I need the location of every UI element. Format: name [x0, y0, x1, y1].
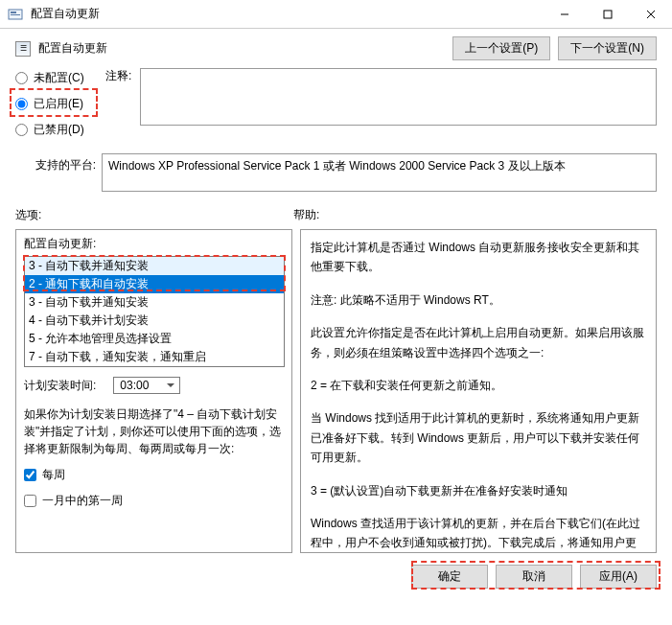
radio-not-configured-input[interactable]: [15, 72, 28, 84]
window-controls: [543, 0, 672, 29]
comment-label: 注释:: [102, 68, 140, 126]
help-pane[interactable]: 指定此计算机是否通过 Windows 自动更新服务接收安全更新和其他重要下载。注…: [300, 229, 657, 553]
next-setting-button[interactable]: 下一个设置(N): [558, 36, 657, 60]
help-paragraph: 2 = 在下载和安装任何更新之前通知。: [311, 376, 646, 395]
help-paragraph: 注意: 此策略不适用于 Windows RT。: [311, 290, 646, 310]
platform-text: Windows XP Professional Service Pack 1 或…: [102, 153, 657, 192]
header-row: ☰ 配置自动更新 上一个设置(P) 下一个设置(N): [0, 29, 672, 64]
svg-rect-1: [11, 12, 16, 13]
options-scroll[interactable]: 配置自动更新: 3 - 自动下载并通知安装2 - 通知下载和自动安装3 - 自动…: [16, 230, 291, 552]
help-paragraph: 此设置允许你指定是否在此计算机上启用自动更新。如果启用该服务，则必须在组策略设置…: [311, 323, 646, 362]
schedule-time-select[interactable]: 03:00: [113, 377, 180, 394]
svg-rect-4: [604, 11, 612, 18]
update-combo[interactable]: 3 - 自动下载并通知安装2 - 通知下载和自动安装3 - 自动下载并通知安装4…: [24, 256, 285, 367]
radio-not-configured-label: 未配置(C): [34, 70, 84, 86]
checkbox-first-week-input[interactable]: [24, 495, 36, 507]
ok-button[interactable]: 确定: [411, 565, 488, 589]
help-paragraph: Windows 查找适用于该计算机的更新，并在后台下载它们(在此过程中，用户不会…: [311, 514, 646, 553]
checkbox-weekly-input[interactable]: [24, 469, 36, 481]
radio-disabled-input[interactable]: [15, 124, 28, 136]
schedule-time-label: 计划安装时间:: [24, 378, 96, 394]
radio-not-configured[interactable]: 未配置(C): [15, 70, 102, 86]
update-combo-option[interactable]: 5 - 允许本地管理员选择设置: [25, 330, 284, 348]
minimize-button[interactable]: [543, 0, 586, 29]
gpo-icon: [8, 7, 23, 22]
update-combo-option[interactable]: 3 - 自动下载并通知安装: [25, 257, 284, 275]
radio-enabled-input[interactable]: [15, 98, 28, 110]
update-combo-option[interactable]: 7 - 自动下载，通知安装，通知重启: [25, 348, 284, 366]
maximize-button[interactable]: [586, 0, 629, 29]
radio-enabled[interactable]: 已启用(E): [15, 96, 102, 112]
cancel-button[interactable]: 取消: [496, 565, 572, 589]
schedule-info-text: 如果你为计划安装日期选择了"4 – 自动下载计划安装"并指定了计划，则你还可以使…: [24, 405, 285, 457]
checkbox-weekly[interactable]: 每周: [24, 467, 291, 483]
update-combo-option[interactable]: 4 - 自动下载并计划安装: [25, 312, 284, 330]
options-pane: 配置自动更新: 3 - 自动下载并通知安装2 - 通知下载和自动安装3 - 自动…: [15, 229, 292, 553]
footer: 确定 取消 应用(A): [0, 553, 672, 600]
help-paragraph: 指定此计算机是否通过 Windows 自动更新服务接收安全更新和其他重要下载。: [311, 238, 646, 277]
radio-enabled-label: 已启用(E): [34, 96, 83, 112]
state-radios: 未配置(C) 已启用(E) 已禁用(D): [15, 68, 102, 148]
checkbox-first-week[interactable]: 一月中的第一周: [24, 493, 291, 509]
update-combo-label: 配置自动更新:: [24, 236, 291, 252]
close-button[interactable]: [629, 0, 672, 29]
help-paragraph: 当 Windows 找到适用于此计算机的更新时，系统将通知用户更新已准备好下载。…: [311, 408, 646, 467]
policy-icon: ☰: [15, 41, 31, 57]
apply-button[interactable]: 应用(A): [580, 565, 657, 589]
comment-textarea[interactable]: [140, 68, 657, 126]
checkbox-weekly-label: 每周: [42, 467, 65, 483]
titlebar: 配置自动更新: [0, 0, 672, 29]
prev-setting-button[interactable]: 上一个设置(P): [452, 36, 550, 60]
radio-disabled[interactable]: 已禁用(D): [15, 122, 102, 138]
checkbox-first-week-label: 一月中的第一周: [42, 493, 123, 509]
page-title: 配置自动更新: [38, 40, 452, 57]
update-combo-option[interactable]: 2 - 通知下载和自动安装: [25, 275, 284, 293]
options-label: 选项:: [15, 207, 293, 223]
update-combo-option[interactable]: 3 - 自动下载并通知安装: [25, 293, 284, 312]
help-label: 帮助:: [293, 207, 319, 223]
radio-disabled-label: 已禁用(D): [34, 122, 84, 138]
window-title: 配置自动更新: [31, 6, 543, 22]
svg-rect-2: [11, 14, 20, 15]
platform-label: 支持的平台:: [15, 153, 102, 174]
help-paragraph: 3 = (默认设置)自动下载更新并在准备好安装时通知: [311, 481, 646, 500]
